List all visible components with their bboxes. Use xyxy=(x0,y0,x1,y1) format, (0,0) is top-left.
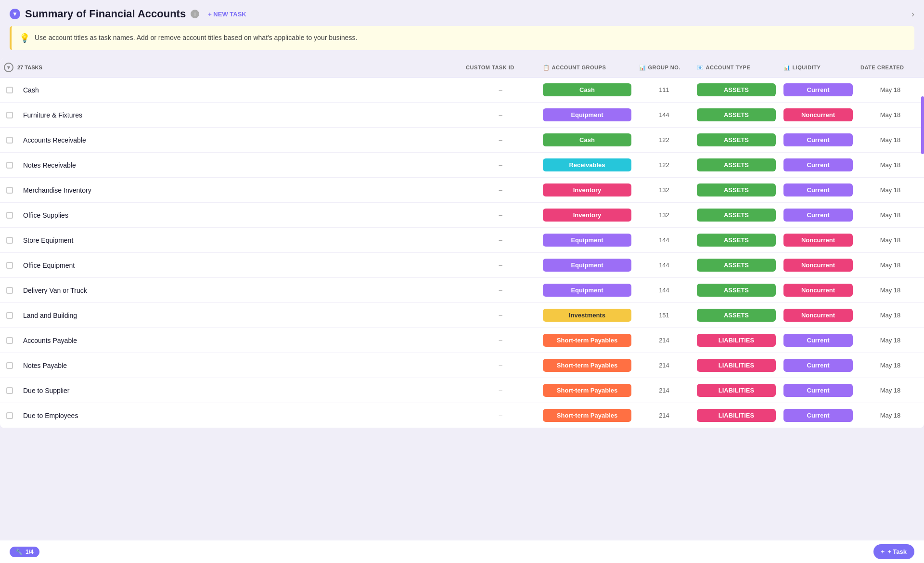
plus-icon: + xyxy=(881,548,885,555)
row-checkbox[interactable] xyxy=(6,412,13,419)
row-group-badge[interactable]: Short-term Payables xyxy=(543,334,631,347)
add-task-label: + Task xyxy=(887,548,907,555)
row-liquidity-badge: Current xyxy=(783,183,853,196)
row-checkbox[interactable] xyxy=(6,312,13,319)
row-date: May 18 xyxy=(857,161,924,169)
row-group-badge[interactable]: Equipment xyxy=(543,108,631,121)
row-checkbox[interactable] xyxy=(6,337,13,344)
row-checkbox-cell xyxy=(0,412,19,419)
table-body: Cash – Cash 111 ASSETS Current May 18 Fu… xyxy=(0,78,924,428)
page-header: ▼ Summary of Financial Accounts i + NEW … xyxy=(0,0,924,26)
row-group-badge[interactable]: Equipment xyxy=(543,259,631,272)
table-row: Office Supplies – Inventory 132 ASSETS C… xyxy=(0,203,924,228)
row-checkbox-cell xyxy=(0,287,19,294)
row-custom-id: – xyxy=(462,337,539,344)
collapse-tasks-button[interactable]: ▼ xyxy=(4,63,13,72)
row-custom-id: – xyxy=(462,362,539,369)
row-group-badge[interactable]: Equipment xyxy=(543,234,631,247)
row-checkbox[interactable] xyxy=(6,237,13,244)
row-name: Land and Building xyxy=(19,308,462,323)
table-row: Notes Receivable – Receivables 122 ASSET… xyxy=(0,153,924,178)
row-type-badge-cell: ASSETS xyxy=(693,156,780,174)
row-custom-id: – xyxy=(462,312,539,319)
row-group-badge-cell: Short-term Payables xyxy=(539,381,635,400)
row-custom-id: – xyxy=(462,412,539,419)
add-task-button[interactable]: + + Task xyxy=(873,544,914,559)
row-date: May 18 xyxy=(857,236,924,244)
row-checkbox[interactable] xyxy=(6,362,13,369)
row-type-badge-cell: ASSETS xyxy=(693,131,780,149)
row-type-badge: ASSETS xyxy=(697,284,776,297)
table-row: Land and Building – Investments 151 ASSE… xyxy=(0,303,924,328)
row-date: May 18 xyxy=(857,362,924,369)
row-liquidity-badge-cell: Noncurrent xyxy=(780,256,857,275)
row-group-badge-cell: Short-term Payables xyxy=(539,331,635,350)
row-group-badge[interactable]: Receivables xyxy=(543,158,631,171)
row-group-number: 151 xyxy=(635,312,693,319)
tip-text: Use account titles as task names. Add or… xyxy=(35,33,357,43)
table-row: Furniture & Fixtures – Equipment 144 ASS… xyxy=(0,103,924,128)
scrollbar[interactable] xyxy=(921,96,924,154)
row-liquidity-badge: Noncurrent xyxy=(783,259,853,272)
row-group-badge[interactable]: Short-term Payables xyxy=(543,359,631,372)
table-row: Accounts Receivable – Cash 122 ASSETS Cu… xyxy=(0,128,924,153)
row-liquidity-badge-cell: Noncurrent xyxy=(780,105,857,124)
row-custom-id: – xyxy=(462,186,539,194)
row-liquidity-badge-cell: Current xyxy=(780,356,857,375)
row-checkbox[interactable] xyxy=(6,287,13,294)
row-checkbox[interactable] xyxy=(6,262,13,269)
row-type-badge-cell: ASSETS xyxy=(693,231,780,249)
row-group-badge[interactable]: Inventory xyxy=(543,209,631,222)
row-type-badge: ASSETS xyxy=(697,133,776,146)
row-group-number: 144 xyxy=(635,262,693,269)
row-name: Accounts Payable xyxy=(19,333,462,348)
account-type-icon: 📧 xyxy=(697,65,704,71)
row-name: Cash xyxy=(19,82,462,98)
row-checkbox-cell xyxy=(0,187,19,194)
tip-icon: 💡 xyxy=(19,33,30,43)
row-group-badge[interactable]: Investments xyxy=(543,309,631,322)
col-header-custom-id: CUSTOM TASK ID xyxy=(462,63,539,72)
row-group-badge-cell: Receivables xyxy=(539,156,635,174)
row-date: May 18 xyxy=(857,287,924,294)
row-liquidity-badge: Noncurrent xyxy=(783,284,853,297)
info-icon[interactable]: i xyxy=(191,10,199,18)
row-type-badge-cell: LIABILITIES xyxy=(693,356,780,375)
row-liquidity-badge-cell: Noncurrent xyxy=(780,231,857,249)
row-checkbox[interactable] xyxy=(6,162,13,169)
row-checkbox[interactable] xyxy=(6,212,13,219)
row-checkbox[interactable] xyxy=(6,137,13,144)
chevron-right-icon[interactable]: › xyxy=(911,9,914,19)
row-custom-id: – xyxy=(462,236,539,244)
row-type-badge: LIABILITIES xyxy=(697,334,776,347)
row-checkbox[interactable] xyxy=(6,112,13,118)
row-checkbox-cell xyxy=(0,312,19,319)
row-group-badge[interactable]: Inventory xyxy=(543,183,631,196)
row-liquidity-badge: Current xyxy=(783,359,853,372)
tasks-table: ▼ 27 TASKS CUSTOM TASK ID 📋 ACCOUNT GROU… xyxy=(0,58,924,428)
row-type-badge-cell: ASSETS xyxy=(693,80,780,99)
row-checkbox[interactable] xyxy=(6,87,13,93)
row-group-badge[interactable]: Cash xyxy=(543,133,631,146)
row-group-badge[interactable]: Equipment xyxy=(543,284,631,297)
row-group-number: 214 xyxy=(635,337,693,344)
row-type-badge-cell: LIABILITIES xyxy=(693,381,780,400)
collapse-button[interactable]: ▼ xyxy=(10,9,20,19)
row-name: Store Equipment xyxy=(19,233,462,248)
row-group-badge[interactable]: Cash xyxy=(543,83,631,96)
row-checkbox[interactable] xyxy=(6,387,13,394)
row-type-badge-cell: ASSETS xyxy=(693,306,780,325)
row-group-badge[interactable]: Short-term Payables xyxy=(543,384,631,397)
tasks-header-col: ▼ 27 TASKS xyxy=(0,63,462,72)
row-name: Accounts Receivable xyxy=(19,132,462,148)
row-group-badge-cell: Inventory xyxy=(539,206,635,224)
row-checkbox[interactable] xyxy=(6,187,13,194)
new-task-button[interactable]: + NEW TASK xyxy=(204,9,250,20)
row-group-badge[interactable]: Short-term Payables xyxy=(543,409,631,422)
table-row: Notes Payable – Short-term Payables 214 … xyxy=(0,353,924,378)
row-group-number: 122 xyxy=(635,161,693,169)
row-group-badge-cell: Short-term Payables xyxy=(539,356,635,375)
row-date: May 18 xyxy=(857,312,924,319)
table-row: Accounts Payable – Short-term Payables 2… xyxy=(0,328,924,353)
row-group-number: 132 xyxy=(635,186,693,194)
